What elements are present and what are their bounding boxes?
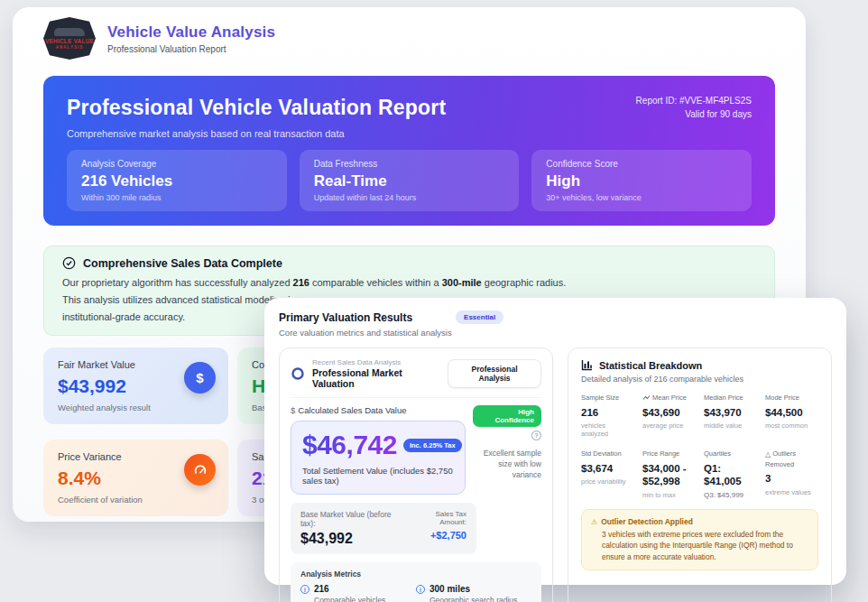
logo-text: VEHICLE VALUE: [45, 38, 94, 44]
trend-icon: [642, 394, 651, 401]
valuation-panel: Recent Sales Data Analysis Professional …: [279, 347, 553, 602]
metric-sub: Comparable vehicles analyzed: [314, 596, 416, 602]
overlay-title: Primary Valuation Results: [279, 311, 412, 324]
essential-badge: Essential: [456, 310, 503, 324]
banner-title: Comprehensive Sales Data Complete: [83, 257, 282, 270]
app-title: Vehicle Value Analysis: [107, 23, 275, 42]
settlement-caption: Total Settlement Value (includes $2,750 …: [302, 466, 454, 486]
metric-value: 300 miles: [429, 584, 517, 594]
metric-card-fair-market-value: Fair Market Value $43,992 Weighted analy…: [43, 347, 228, 424]
help-icon[interactable]: ?: [531, 431, 541, 440]
metric-value: 216: [314, 584, 416, 594]
sales-tax-label: Sales Tax Amount:: [407, 510, 466, 526]
hero-stats-row: Analysis Coverage 216 Vehicles Within 30…: [67, 150, 752, 211]
ring-icon: [291, 366, 305, 381]
metric-card-price-variance: Price Variance 8.4% Coefficient of varia…: [43, 440, 228, 516]
info-icon: i: [300, 585, 309, 594]
metric-comparable-vehicles: i 216 Comparable vehicles analyzed: [300, 584, 416, 602]
report-validity: Valid for 90 days: [636, 107, 752, 121]
metric-sub: Weighted analysis result: [58, 403, 214, 412]
car-silhouette-icon: [54, 28, 85, 36]
outlier-note-title: Outlier Detection Applied: [601, 517, 693, 526]
stat-sub: Updated within last 24 hours: [314, 193, 505, 202]
settlement-value: $46,742: [302, 430, 397, 460]
gauge-icon: [184, 454, 216, 486]
stat-cell-median-price: Median Price $43,970 middle value: [704, 394, 757, 438]
settlement-value-box: $46,742 Inc. 6.25% Tax Total Settlement …: [291, 421, 466, 495]
stat-cell-sample-size: Sample Size 216 vehicles analyzed: [581, 394, 634, 438]
high-confidence-badge: High Confidence: [473, 405, 541, 427]
stat-sub: 30+ vehicles, low variance: [546, 193, 737, 202]
metric-sub: Coefficient of variation: [58, 495, 214, 505]
stats-subtitle: Detailed analysis of 216 comparable vehi…: [581, 375, 818, 384]
stat-cell-outliers-removed: △Outliers Removed 3 extreme values: [765, 449, 818, 499]
stat-value: High: [546, 172, 737, 190]
stat-cell-std-deviation: Std Deviation $3,674 price variability: [581, 449, 634, 499]
stat-value: 216 Vehicles: [81, 172, 272, 190]
app-header: VEHICLE VALUE ANALYSIS Vehicle Value Ana…: [13, 7, 806, 60]
professional-analysis-button[interactable]: Professional Analysis: [448, 359, 541, 388]
stat-cell-price-range: Price Range $34,000 - $52,998 min to max: [642, 449, 696, 499]
base-value-box: Base Market Value (before tax): $43,992 …: [291, 503, 476, 554]
metric-search-radius: i 300 miles Geographic search radius: [416, 584, 531, 602]
confidence-note: Excellent sample size with low variance: [473, 449, 541, 481]
base-value: $43,992: [300, 531, 407, 547]
warning-triangle-icon: △: [765, 450, 771, 458]
report-id: Report ID: #VVE-MF4PLS2S: [636, 94, 752, 107]
calculated-value-label: $Calculated Sales Data Value: [291, 405, 466, 415]
stat-cell-mode-price: Mode Price $44,500 most common: [765, 394, 818, 438]
tax-inclusive-pill: Inc. 6.25% Tax: [403, 439, 462, 452]
stat-cell-quartiles: Quartiles Q1: $41,005 Q3: $45,999: [704, 449, 757, 499]
dollar-glyph-icon: $: [291, 405, 295, 415]
analysis-metrics-box: Analysis Metrics i 216 Comparable vehicl…: [291, 562, 541, 602]
banner-line-1: Our proprietary algorithm has successful…: [62, 277, 756, 288]
check-circle-icon: [62, 256, 76, 270]
analysis-metrics-title: Analysis Metrics: [300, 570, 531, 579]
metric-sub: Geographic search radius: [429, 596, 517, 602]
overlay-subtitle: Core valuation metrics and statistical a…: [279, 328, 832, 338]
page-background: { "colors": { "brand_indigo": "#5b4fd6",…: [0, 0, 868, 602]
report-meta: Report ID: #VVE-MF4PLS2S Valid for 90 da…: [636, 94, 752, 121]
stat-label: Analysis Coverage: [81, 159, 272, 169]
valuation-eyebrow: Recent Sales Data Analysis: [312, 358, 440, 366]
warning-icon: ⚠: [591, 518, 597, 526]
hero-banner: Professional Vehicle Valuation Report Co…: [43, 76, 775, 226]
logo-subtext: ANALYSIS: [56, 45, 83, 50]
app-subtitle: Professional Valuation Report: [107, 44, 275, 54]
stats-grid: Sample Size 216 vehicles analyzed Mean P…: [581, 394, 818, 499]
stats-title: Statistical Breakdown: [599, 360, 702, 371]
outlier-detection-note: ⚠Outlier Detection Applied 3 vehicles wi…: [581, 509, 818, 571]
statistical-breakdown-panel: Statistical Breakdown Detailed analysis …: [568, 347, 832, 602]
stat-label: Confidence Score: [546, 159, 737, 169]
stat-label: Data Freshness: [314, 159, 505, 169]
primary-valuation-results-card: Primary Valuation Results Essential Core…: [264, 298, 846, 585]
dollar-icon: $: [184, 362, 216, 394]
stat-cell-mean-price: Mean Price $43,690 average price: [642, 394, 696, 438]
hero-stat-data-freshness: Data Freshness Real-Time Updated within …: [300, 150, 520, 211]
bar-chart-icon: [581, 359, 593, 371]
app-logo: VEHICLE VALUE ANALYSIS: [43, 17, 96, 60]
valuation-name: Professional Market Valuation: [312, 367, 440, 389]
divider: [291, 397, 541, 398]
hero-stat-confidence-score: Confidence Score High 30+ vehicles, low …: [531, 150, 752, 211]
hero-subtitle: Comprehensive market analysis based on r…: [67, 128, 752, 139]
info-icon: i: [416, 585, 425, 594]
stat-sub: Within 300 mile radius: [81, 193, 272, 202]
base-value-label: Base Market Value (before tax):: [300, 510, 407, 528]
sales-tax-value: +$2,750: [407, 530, 466, 541]
stat-value: Real-Time: [314, 172, 505, 190]
outlier-note-body: 3 vehicles with extreme prices were excl…: [591, 529, 808, 563]
hero-stat-analysis-coverage: Analysis Coverage 216 Vehicles Within 30…: [67, 150, 287, 211]
